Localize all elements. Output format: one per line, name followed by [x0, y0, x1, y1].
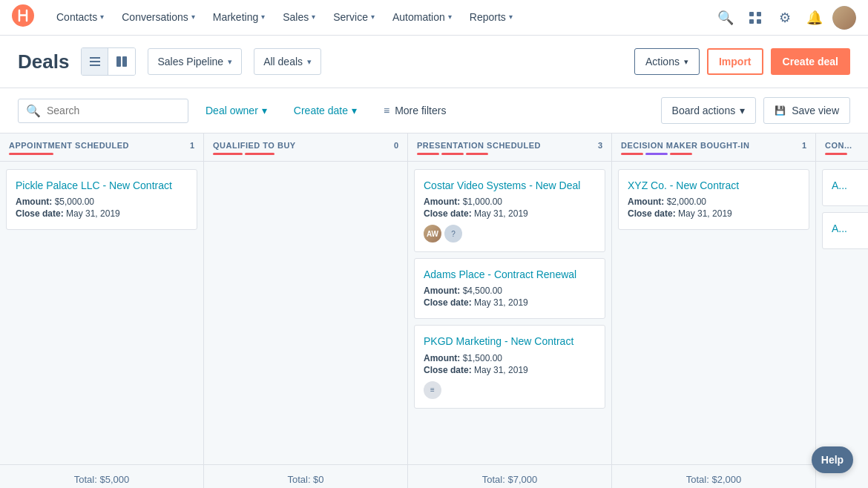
- search-icon: 🔍: [26, 104, 41, 118]
- list-view-button[interactable]: [82, 48, 108, 75]
- deal-card[interactable]: Pickle Palace LLC - New ContractAmount: …: [6, 169, 197, 230]
- column-cards: Pickle Palace LLC - New ContractAmount: …: [0, 162, 203, 464]
- deal-link[interactable]: Costar Video Systems - New Deal: [424, 179, 596, 192]
- create-date-filter[interactable]: Create date ▾: [284, 98, 366, 123]
- all-deals-dropdown[interactable]: All deals ▾: [254, 48, 321, 75]
- more-filters-button[interactable]: ≡ More filters: [374, 98, 456, 123]
- settings-icon-button[interactable]: ⚙: [773, 6, 797, 30]
- board-actions-button[interactable]: Board actions ▾: [661, 97, 757, 124]
- deal-link[interactable]: Adams Place - Contract Renewal: [424, 268, 596, 281]
- stage-bar: [825, 153, 847, 155]
- deal-amount: Amount: $1,000.00: [424, 197, 596, 207]
- chevron-down-icon: ▾: [307, 57, 312, 67]
- avatar-image: [832, 6, 856, 30]
- deal-amount: Amount: $1,500.00: [424, 353, 596, 363]
- create-deal-button[interactable]: Create deal: [771, 48, 850, 75]
- nav-contacts[interactable]: Contacts ▾: [47, 0, 113, 36]
- deal-owner-filter[interactable]: Deal owner ▾: [196, 98, 277, 123]
- deal-link[interactable]: PKGD Marketing - New Contract: [424, 334, 596, 348]
- column-header-contract-sent: Con...: [816, 133, 868, 162]
- card-avatars: ≡: [424, 381, 596, 399]
- deal-card[interactable]: PKGD Marketing - New ContractAmount: $1,…: [414, 325, 605, 408]
- column-title: Presentation Scheduled: [417, 141, 541, 150]
- card-avatar: ?: [444, 225, 462, 243]
- page-header: Deals Sales Pipeline ▾ All deals ▾ Actio…: [0, 36, 868, 88]
- svg-rect-1: [749, 12, 754, 16]
- nav-marketing[interactable]: Marketing ▾: [204, 0, 274, 36]
- column-cards: XYZ Co. - New ContractAmount: $2,000.00C…: [612, 162, 815, 464]
- svg-rect-8: [116, 56, 121, 67]
- board-column-contract-sent: Con...A...A...: [816, 133, 868, 488]
- deal-link[interactable]: Pickle Palace LLC - New Contract: [16, 179, 188, 192]
- filters-right: Board actions ▾ 💾 Save view: [661, 97, 850, 124]
- stage-bar: [213, 153, 243, 155]
- deal-card[interactable]: XYZ Co. - New ContractAmount: $2,000.00C…: [618, 169, 809, 230]
- chevron-down-icon: ▾: [191, 13, 195, 21]
- deal-link[interactable]: A...: [832, 179, 868, 192]
- hubspot-logo[interactable]: [12, 4, 39, 31]
- search-icon-button[interactable]: 🔍: [714, 6, 737, 30]
- chevron-down-icon: ▾: [261, 13, 265, 21]
- deal-card[interactable]: Adams Place - Contract RenewalAmount: $4…: [414, 258, 605, 319]
- chevron-down-icon: ▾: [509, 13, 513, 21]
- column-header-decision-maker-bought-in: Decision Maker Bought-In1: [612, 133, 815, 162]
- nav-service[interactable]: Service ▾: [324, 0, 384, 36]
- avatar[interactable]: [832, 6, 856, 30]
- deal-close-date: Close date: May 31, 2019: [628, 208, 800, 219]
- marketplace-icon-button[interactable]: [743, 6, 767, 30]
- column-total: Total: $7,000: [408, 464, 611, 488]
- svg-rect-5: [90, 57, 100, 59]
- column-cards: Costar Video Systems - New DealAmount: $…: [408, 162, 611, 464]
- nav-automation[interactable]: Automation ▾: [384, 0, 461, 36]
- board-view-button[interactable]: [108, 48, 135, 75]
- svg-rect-4: [757, 19, 761, 24]
- column-count: 1: [190, 141, 194, 150]
- filters-bar: 🔍 Deal owner ▾ Create date ▾ ≡ More filt…: [0, 88, 868, 133]
- column-title: Qualified to Buy: [213, 141, 296, 150]
- nav-conversations[interactable]: Conversations ▾: [113, 0, 204, 36]
- stage-bar: [9, 153, 53, 155]
- search-input[interactable]: [47, 105, 180, 116]
- column-count: 0: [394, 141, 398, 150]
- chevron-down-icon: ▾: [352, 105, 357, 116]
- view-toggle: [81, 47, 136, 76]
- help-button[interactable]: Help: [812, 446, 853, 473]
- page-title: Deals: [18, 50, 69, 73]
- deal-close-date: Close date: May 31, 2019: [424, 297, 596, 308]
- chevron-down-icon: ▾: [684, 57, 688, 67]
- nav-items: Contacts ▾ Conversations ▾ Marketing ▾ S…: [47, 0, 714, 36]
- board-column-appointment-scheduled: Appointment Scheduled1Pickle Palace LLC …: [0, 133, 204, 488]
- board-column-qualified-to-buy: Qualified to Buy0Total: $0: [204, 133, 408, 488]
- svg-rect-6: [90, 61, 100, 62]
- column-title: Con...: [825, 141, 852, 150]
- deal-close-date: Close date: May 31, 2019: [16, 208, 188, 219]
- stage-bar: [245, 153, 274, 155]
- import-button[interactable]: Import: [707, 48, 763, 75]
- card-avatars: AW?: [424, 225, 596, 243]
- header-right: Actions ▾ Import Create deal: [634, 48, 850, 75]
- chevron-down-icon: ▾: [448, 13, 452, 21]
- column-header-qualified-to-buy: Qualified to Buy0: [204, 133, 407, 162]
- save-view-button[interactable]: 💾 Save view: [763, 97, 850, 124]
- deal-close-date: Close date: May 31, 2019: [424, 208, 596, 219]
- deal-close-date: Close date: May 31, 2019: [424, 365, 596, 375]
- nav-reports[interactable]: Reports ▾: [461, 0, 522, 36]
- board-column-presentation-scheduled: Presentation Scheduled3Costar Video Syst…: [408, 133, 612, 488]
- deal-card[interactable]: Costar Video Systems - New DealAmount: $…: [414, 169, 605, 252]
- svg-rect-2: [757, 12, 761, 16]
- stage-bar: [621, 153, 643, 155]
- search-box[interactable]: 🔍: [18, 99, 188, 123]
- nav-sales[interactable]: Sales ▾: [274, 0, 324, 36]
- column-count: 1: [802, 141, 806, 150]
- notifications-icon-button[interactable]: 🔔: [803, 6, 826, 30]
- actions-button[interactable]: Actions ▾: [634, 48, 700, 75]
- deal-card[interactable]: A...: [822, 169, 868, 206]
- stage-bar: [670, 153, 692, 155]
- svg-rect-3: [749, 19, 754, 24]
- pipeline-dropdown[interactable]: Sales Pipeline ▾: [148, 48, 242, 75]
- chevron-down-icon: ▾: [371, 13, 375, 21]
- column-total: Total: $2,000: [612, 464, 815, 488]
- deal-link[interactable]: A...: [832, 222, 868, 235]
- deal-card[interactable]: A...: [822, 212, 868, 249]
- deal-link[interactable]: XYZ Co. - New Contract: [628, 179, 800, 192]
